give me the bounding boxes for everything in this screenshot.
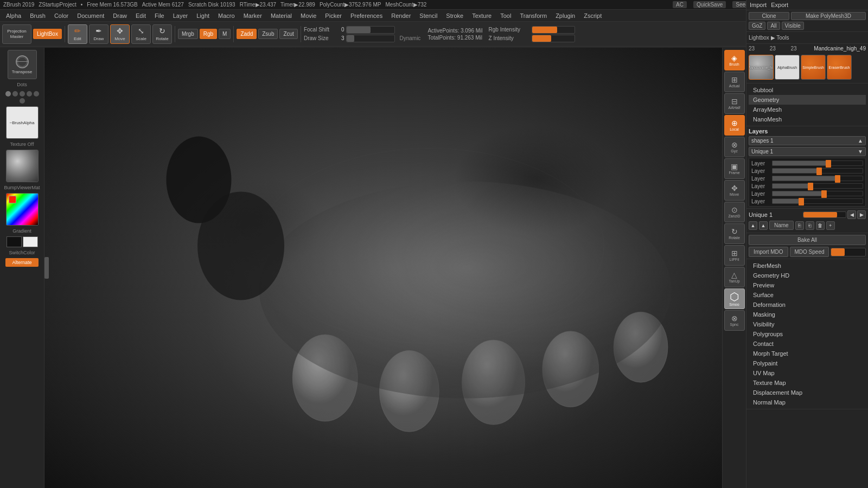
normal-map-item[interactable]: Normal Map	[749, 397, 866, 407]
dot-3[interactable]	[20, 91, 25, 97]
menu-marker[interactable]: Marker	[240, 11, 266, 20]
copy-btn[interactable]: ⎘	[795, 221, 804, 230]
paste-btn[interactable]: ⎗	[806, 221, 814, 230]
menu-color[interactable]: Color	[50, 11, 72, 20]
scale-btn[interactable]: ⤡ Scale	[131, 24, 151, 44]
uv-map-item[interactable]: UV Map	[749, 368, 866, 378]
tanup-icon-btn[interactable]: △ TanUp	[724, 267, 745, 287]
z-intensity-slider[interactable]	[532, 35, 575, 42]
draw-btn[interactable]: ✒ Draw	[89, 24, 108, 44]
goz-btn[interactable]: GoZ	[749, 22, 765, 30]
export-btn[interactable]: Export	[771, 2, 788, 8]
rotate-icon-btn[interactable]: ↻ Rotate	[724, 223, 745, 244]
menu-alpha[interactable]: Alpha	[2, 11, 25, 20]
import-btn[interactable]: Import	[750, 2, 767, 8]
dot-6[interactable]	[20, 98, 25, 104]
visible-btn[interactable]: Visible	[782, 22, 804, 30]
litepfil-icon-btn[interactable]: ⊞ LtPFil	[724, 245, 745, 266]
spnc-icon-btn[interactable]: ⊗ Spnc	[724, 310, 745, 331]
brush-icon-btn[interactable]: ◈ Brush	[724, 50, 745, 70]
transpose-btn[interactable]: Transpose	[8, 50, 37, 79]
preview-item[interactable]: Preview	[749, 280, 866, 290]
layer-slider-6[interactable]	[772, 198, 863, 204]
lightbox-btn[interactable]: LightBox	[33, 29, 62, 39]
menu-brush[interactable]: Brush	[26, 11, 49, 20]
thumb-mandcanine-hig[interactable]: Mandcanine_hig	[749, 55, 774, 80]
polypaint-item[interactable]: Polypaint	[749, 358, 866, 368]
quick-save-btn[interactable]: QuickSave	[693, 1, 726, 8]
clone-btn[interactable]: Clone	[749, 12, 789, 20]
menu-stencil[interactable]: Stencil	[416, 11, 441, 20]
focal-shift-slider[interactable]	[346, 26, 395, 34]
smooth-icon-btn[interactable]: ⬡ Smoo	[724, 288, 745, 309]
rgb-intensity-slider[interactable]	[532, 26, 575, 34]
extra-btn[interactable]: +	[826, 221, 835, 230]
displacement-map-item[interactable]: Displacement Map	[749, 388, 866, 397]
menu-material[interactable]: Material	[267, 11, 296, 20]
menu-edit[interactable]: Edit	[132, 11, 150, 20]
zadd-btn[interactable]: Zadd	[237, 29, 257, 39]
zsub-btn[interactable]: Zsub	[258, 29, 278, 39]
texture-map-item[interactable]: Texture Map	[749, 378, 866, 388]
name-btn[interactable]: Name	[769, 221, 794, 230]
unique-slider[interactable]	[803, 211, 846, 218]
menu-macro[interactable]: Macro	[214, 11, 239, 20]
ac-btn[interactable]: AC	[673, 1, 687, 8]
actual-icon-btn[interactable]: ⊞ Actual	[724, 72, 745, 92]
frame-icon-btn[interactable]: ▣ Frame	[724, 158, 745, 179]
scroll-indicator[interactable]	[44, 257, 49, 279]
thumb-alphabrush[interactable]: AlphaBrush	[775, 55, 800, 80]
local-icon-btn[interactable]: ⊕ Local	[724, 115, 745, 136]
rgb-btn[interactable]: Rgb	[200, 29, 217, 39]
fibermesh-item[interactable]: FiberMesh	[749, 261, 866, 271]
nanomesh-item[interactable]: NanoMesh	[749, 114, 866, 124]
dot-1[interactable]	[5, 91, 11, 97]
zcut-btn[interactable]: Zcut	[279, 29, 297, 39]
menu-movie[interactable]: Movie	[297, 11, 320, 20]
brush-alpha-btn[interactable]: ~BrushAlpha	[6, 106, 39, 139]
menu-render[interactable]: Render	[387, 11, 414, 20]
import-mdo-btn[interactable]: Import MDO	[749, 247, 788, 257]
dot-5[interactable]	[34, 91, 39, 97]
up-arrow-btn[interactable]: ▲	[749, 221, 757, 230]
make-polymesh-btn[interactable]: Make PolyMesh3D	[791, 12, 866, 20]
arraymesh-item[interactable]: ArrayMesh	[749, 105, 866, 114]
bake-all-btn[interactable]: Bake All	[749, 235, 866, 245]
layer-slider-5[interactable]	[772, 191, 863, 196]
menu-light[interactable]: Light	[193, 11, 213, 20]
move-icon-btn[interactable]: ✥ Move	[724, 180, 745, 201]
black-swatch[interactable]	[7, 236, 22, 247]
layer-slider-3[interactable]	[772, 176, 863, 181]
menu-document[interactable]: Document	[73, 11, 108, 20]
thumb-eraserbrush[interactable]: EraserBrush	[827, 55, 852, 80]
down-arrow-btn[interactable]: ▲	[759, 221, 768, 230]
rotate-btn[interactable]: ↻ Rotate	[152, 24, 172, 44]
draw-size-slider[interactable]	[346, 35, 395, 42]
alternate-btn[interactable]: Alternate	[5, 258, 38, 267]
menu-file[interactable]: File	[151, 11, 168, 20]
menu-preferences[interactable]: Preferences	[347, 11, 386, 20]
white-swatch[interactable]	[23, 236, 38, 247]
deformation-item[interactable]: Deformation	[749, 300, 866, 310]
menu-zscript[interactable]: Zscript	[580, 11, 605, 20]
material-btn[interactable]	[6, 150, 39, 182]
menu-tool[interactable]: Tool	[496, 11, 515, 20]
mrgb-btn[interactable]: Mrgb	[178, 29, 198, 39]
contact-item[interactable]: Contact	[749, 339, 866, 349]
move-btn[interactable]: ✥ Move	[110, 24, 130, 44]
menu-texture[interactable]: Texture	[468, 11, 495, 20]
arrow-left-btn[interactable]: ◀	[847, 210, 856, 219]
menu-stroke[interactable]: Stroke	[442, 11, 467, 20]
viewport[interactable]	[44, 48, 746, 488]
projection-master-btn[interactable]: Projection Master	[2, 24, 31, 44]
morph-target-item[interactable]: Morph Target	[749, 349, 866, 358]
surface-item[interactable]: Surface	[749, 290, 866, 300]
edit-btn[interactable]: ✏ Edit	[68, 24, 87, 44]
all-btn[interactable]: All	[767, 22, 780, 30]
polygroups-item[interactable]: Polygroups	[749, 329, 866, 339]
gyz-icon-btn[interactable]: ⊗ Gyz	[724, 137, 745, 157]
geometry-hd-item[interactable]: Geometry HD	[749, 271, 866, 280]
lightbox-tools-label[interactable]: Lightbox ▶ Tools	[749, 35, 789, 41]
dot-4[interactable]	[27, 91, 32, 97]
menu-transform[interactable]: Transform	[516, 11, 551, 20]
